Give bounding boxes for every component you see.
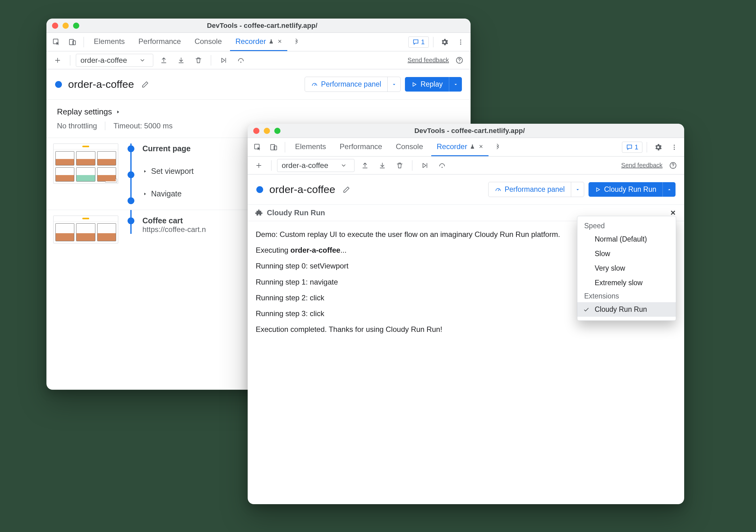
titlebar[interactable]: DevTools - coffee-cart.netlify.app/ xyxy=(46,18,471,33)
export-icon[interactable] xyxy=(358,159,372,172)
flask-icon xyxy=(470,144,475,149)
help-icon[interactable] xyxy=(453,54,466,67)
caret-right-icon xyxy=(142,169,148,174)
performance-panel-label: Performance panel xyxy=(505,185,565,194)
replay-caret[interactable] xyxy=(662,182,676,197)
timeline-node xyxy=(127,197,134,204)
edit-name-icon[interactable] xyxy=(138,78,152,91)
maximize-window-icon[interactable] xyxy=(73,23,79,29)
section-title[interactable]: Coffee cart xyxy=(142,216,206,225)
tab-recorder[interactable]: Recorder × xyxy=(431,138,489,156)
performance-panel-button[interactable]: Performance panel xyxy=(305,77,401,92)
settings-icon[interactable] xyxy=(438,35,451,49)
recording-header: order-a-coffee Performance panel Replay xyxy=(46,69,471,100)
close-window-icon[interactable] xyxy=(253,128,259,134)
play-icon xyxy=(595,187,601,193)
replay-button[interactable]: Replay xyxy=(405,77,462,91)
traffic-lights[interactable] xyxy=(253,128,281,134)
step-icon[interactable] xyxy=(435,159,449,172)
window-title: DevTools - coffee-cart.netlify.app/ xyxy=(84,22,440,30)
replay-caret[interactable] xyxy=(449,77,462,91)
section-url: https://coffee-cart.n xyxy=(142,225,206,234)
tab-console[interactable]: Console xyxy=(189,33,227,51)
step-current-page[interactable]: Current page xyxy=(142,144,194,153)
minimize-window-icon[interactable] xyxy=(63,23,69,29)
kebab-menu-icon[interactable] xyxy=(667,140,681,154)
tab-recorder[interactable]: Recorder × xyxy=(230,33,287,51)
menu-group-speed: Speed xyxy=(577,220,676,232)
performance-panel-caret[interactable] xyxy=(571,182,584,197)
device-toolbar-icon[interactable] xyxy=(267,140,281,154)
caret-right-icon xyxy=(115,109,121,115)
export-icon[interactable] xyxy=(157,54,171,67)
tab-console[interactable]: Console xyxy=(390,138,428,156)
settings-icon[interactable] xyxy=(651,140,665,154)
tab-elements[interactable]: Elements xyxy=(289,138,332,156)
recording-select[interactable]: order-a-coffee xyxy=(277,159,355,172)
titlebar[interactable]: DevTools - coffee-cart.netlify.app/ xyxy=(248,124,684,138)
close-window-icon[interactable] xyxy=(52,23,58,29)
svg-point-13 xyxy=(674,148,675,150)
recording-dot-icon xyxy=(55,81,62,88)
replay-main[interactable]: Cloudy Run Run xyxy=(588,182,662,197)
tab-performance[interactable]: Performance xyxy=(334,138,388,156)
maximize-window-icon[interactable] xyxy=(274,128,281,134)
new-recording-icon[interactable] xyxy=(51,54,65,67)
more-tabs-icon[interactable] xyxy=(290,35,303,49)
replay-speed-menu: Speed Normal (Default) Slow Very slow Ex… xyxy=(577,216,676,321)
issues-button[interactable]: 1 xyxy=(622,142,642,153)
gauge-icon xyxy=(311,81,318,88)
step-set-viewport[interactable]: Set viewport xyxy=(142,167,194,176)
svg-point-12 xyxy=(674,147,675,148)
continue-icon[interactable] xyxy=(418,159,432,172)
device-toolbar-icon[interactable] xyxy=(66,35,79,49)
caret-down-icon xyxy=(575,187,580,192)
minimize-window-icon[interactable] xyxy=(264,128,270,134)
step-icon[interactable] xyxy=(234,54,248,67)
step-navigate[interactable]: Navigate xyxy=(142,189,194,198)
inspect-element-icon[interactable] xyxy=(49,35,63,49)
extension-panel-title: Cloudy Run Run xyxy=(267,209,325,217)
replay-settings-title[interactable]: Replay settings xyxy=(57,107,460,116)
import-icon[interactable] xyxy=(375,159,389,172)
performance-panel-button[interactable]: Performance panel xyxy=(488,182,584,197)
inspect-element-icon[interactable] xyxy=(251,140,264,154)
kebab-menu-icon[interactable] xyxy=(454,35,468,49)
import-icon[interactable] xyxy=(174,54,188,67)
send-feedback-link[interactable]: Send feedback xyxy=(621,162,662,169)
close-tab-icon[interactable]: × xyxy=(479,142,483,151)
menu-item-slow[interactable]: Slow xyxy=(577,246,676,261)
throttling-value: No throttling xyxy=(57,121,97,130)
delete-icon[interactable] xyxy=(393,159,406,172)
menu-item-extremely-slow[interactable]: Extremely slow xyxy=(577,276,676,290)
svg-point-11 xyxy=(674,144,675,146)
new-recording-icon[interactable] xyxy=(252,159,266,172)
performance-panel-caret[interactable] xyxy=(387,77,400,91)
play-icon xyxy=(411,81,417,88)
delete-icon[interactable] xyxy=(192,54,205,67)
more-tabs-icon[interactable] xyxy=(491,140,505,154)
replay-button[interactable]: Cloudy Run Run xyxy=(588,182,676,197)
help-icon[interactable] xyxy=(666,159,680,172)
performance-panel-main[interactable]: Performance panel xyxy=(305,77,387,91)
traffic-lights[interactable] xyxy=(52,23,79,29)
gauge-icon xyxy=(495,186,501,193)
menu-item-very-slow[interactable]: Very slow xyxy=(577,261,676,276)
recording-select[interactable]: order-a-coffee xyxy=(76,54,153,67)
continue-icon[interactable] xyxy=(217,54,230,67)
recorder-toolbar: order-a-coffee Send feedback xyxy=(248,157,684,174)
timeline-node xyxy=(127,217,134,224)
performance-panel-main[interactable]: Performance panel xyxy=(489,182,571,197)
page-thumbnail xyxy=(53,143,118,184)
menu-item-normal[interactable]: Normal (Default) xyxy=(577,232,676,246)
send-feedback-link[interactable]: Send feedback xyxy=(408,57,449,64)
edit-name-icon[interactable] xyxy=(339,183,353,196)
tab-performance[interactable]: Performance xyxy=(133,33,186,51)
menu-item-cloudy-run-run[interactable]: Cloudy Run Run xyxy=(577,302,676,317)
message-icon xyxy=(626,144,633,151)
tab-elements[interactable]: Elements xyxy=(88,33,130,51)
close-tab-icon[interactable]: × xyxy=(278,38,282,45)
issues-button[interactable]: 1 xyxy=(408,37,429,48)
menu-group-extensions: Extensions xyxy=(577,290,676,302)
replay-main[interactable]: Replay xyxy=(405,77,449,91)
